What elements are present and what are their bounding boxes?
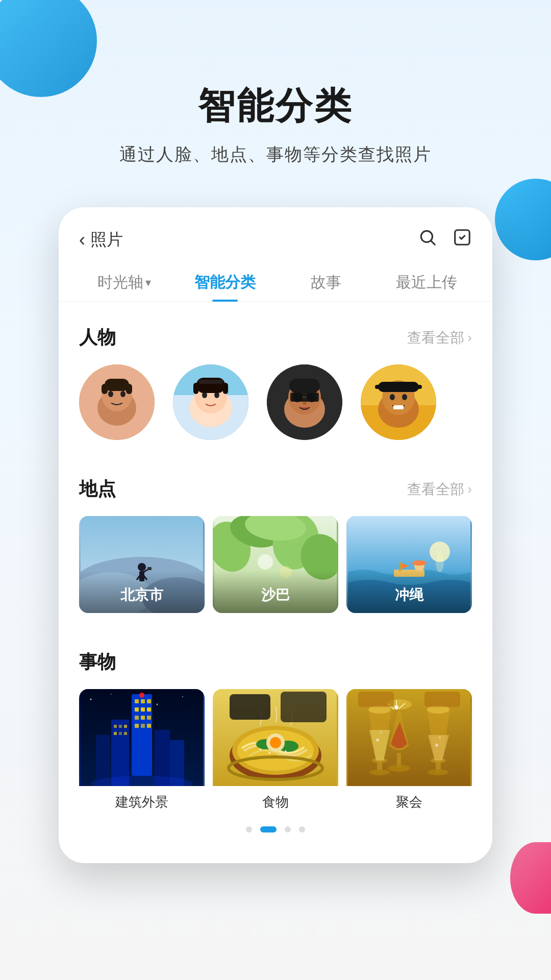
svg-rect-29 [289, 379, 320, 393]
thing-card-food[interactable]: 食物 [213, 689, 338, 811]
location-card-beijing[interactable]: 北京市 [79, 516, 205, 613]
svg-rect-9 [102, 384, 108, 394]
indicator-dot-4 [299, 826, 305, 832]
page-indicator [59, 811, 492, 832]
svg-rect-108 [230, 694, 270, 720]
thing-label-party: 聚会 [346, 786, 472, 811]
svg-point-63 [436, 552, 444, 572]
indicator-dot-2 [260, 826, 277, 832]
svg-point-107 [229, 757, 322, 779]
tab-bar: 时光轴 ▾ 智能分类 故事 最近上传 [59, 262, 492, 302]
svg-point-69 [157, 704, 158, 705]
things-section-title: 事物 [79, 650, 116, 675]
tab-stories[interactable]: 故事 [276, 262, 377, 301]
avatar-face-4 [361, 364, 436, 440]
svg-point-68 [182, 696, 183, 697]
svg-point-125 [439, 737, 441, 739]
blob-decoration-bottom-right [510, 842, 551, 914]
svg-line-1 [431, 241, 435, 244]
svg-point-0 [421, 231, 432, 242]
svg-rect-130 [358, 692, 394, 707]
indicator-dot-3 [285, 826, 291, 832]
tab-recent-upload[interactable]: 最近上传 [377, 262, 478, 301]
phone-mockup: ‹ 照片 时光轴 ▾ [59, 207, 492, 863]
svg-point-124 [435, 744, 438, 747]
svg-point-114 [369, 769, 390, 775]
svg-point-129 [394, 705, 398, 709]
svg-point-28 [303, 402, 307, 405]
svg-rect-90 [119, 725, 122, 728]
blob-decoration-right-mid [495, 179, 551, 260]
people-avatars-row [79, 364, 472, 458]
svg-rect-92 [114, 732, 117, 735]
svg-rect-73 [141, 699, 145, 703]
svg-rect-131 [424, 692, 460, 707]
svg-point-67 [90, 699, 92, 700]
tab-timeline-label: 时光轴 [97, 272, 143, 293]
select-icon[interactable] [453, 228, 472, 252]
search-icon[interactable] [418, 228, 437, 252]
tab-stories-label: 故事 [311, 274, 341, 290]
page-subtitle: 通过人脸、地点、事物等分类查找照片 [0, 143, 551, 166]
svg-rect-79 [141, 716, 145, 720]
svg-point-70 [111, 694, 112, 695]
svg-rect-8 [105, 379, 129, 391]
location-card-sabah[interactable]: 沙巴 [213, 516, 338, 613]
tab-timeline[interactable]: 时光轴 ▾ [74, 262, 175, 301]
indicator-dot-1 [246, 826, 252, 832]
person-avatar-3[interactable] [267, 364, 342, 440]
thing-label-architecture: 建筑外景 [79, 786, 205, 811]
svg-rect-93 [119, 732, 122, 735]
svg-point-115 [376, 739, 379, 742]
svg-rect-77 [147, 707, 151, 712]
nav-action-icons [418, 228, 472, 252]
people-view-all-button[interactable]: 查看全部 › [407, 328, 472, 348]
svg-rect-19 [223, 383, 228, 394]
svg-rect-10 [126, 384, 132, 394]
tab-recent-upload-label: 最近上传 [396, 274, 457, 290]
person-avatar-4[interactable] [361, 364, 436, 440]
svg-point-105 [285, 750, 287, 752]
thing-img-architecture [79, 689, 205, 786]
svg-rect-83 [147, 724, 151, 728]
location-card-okinawa[interactable]: 冲绳 [346, 516, 472, 613]
svg-point-25 [292, 392, 303, 402]
thing-card-architecture[interactable]: 建筑外景 [79, 689, 205, 811]
dropdown-arrow-icon: ▾ [145, 276, 151, 289]
svg-point-34 [390, 394, 395, 400]
svg-point-116 [380, 731, 382, 733]
svg-rect-109 [281, 692, 327, 722]
svg-rect-76 [141, 707, 145, 712]
locations-section: 地点 查看全部 › [59, 458, 492, 631]
svg-rect-81 [135, 724, 139, 728]
avatar-face-3 [267, 364, 342, 440]
header-section: 智能分类 通过人脸、地点、事物等分类查找照片 [0, 0, 551, 166]
person-avatar-2[interactable] [173, 364, 248, 440]
thing-img-party [346, 689, 472, 786]
page-main-title: 智能分类 [0, 82, 551, 131]
svg-point-104 [259, 748, 261, 750]
svg-point-106 [268, 752, 270, 754]
tab-smart-classify-label: 智能分类 [194, 274, 256, 290]
svg-rect-82 [141, 724, 145, 728]
svg-point-103 [270, 737, 281, 748]
people-section-title: 人物 [79, 325, 116, 350]
people-view-all-arrow-icon: › [467, 330, 472, 346]
person-avatar-1[interactable] [79, 364, 155, 440]
locations-view-all-button[interactable]: 查看全部 › [407, 480, 472, 499]
avatar-face-2 [173, 364, 248, 440]
svg-point-123 [428, 769, 448, 775]
things-section: 事物 [59, 631, 492, 811]
locations-view-all-arrow-icon: › [467, 481, 472, 497]
back-arrow-icon: ‹ [79, 229, 85, 251]
svg-point-84 [139, 693, 144, 698]
svg-rect-89 [114, 725, 117, 728]
locations-view-all-label: 查看全部 [407, 480, 464, 499]
svg-point-35 [402, 394, 407, 400]
locations-grid: 北京市 [79, 516, 472, 631]
svg-rect-72 [135, 699, 139, 703]
location-label-sabah: 沙巴 [213, 570, 338, 613]
thing-card-party[interactable]: 聚会 [346, 689, 472, 811]
nav-back-button[interactable]: ‹ 照片 [79, 229, 123, 251]
tab-smart-classify[interactable]: 智能分类 [175, 262, 276, 301]
